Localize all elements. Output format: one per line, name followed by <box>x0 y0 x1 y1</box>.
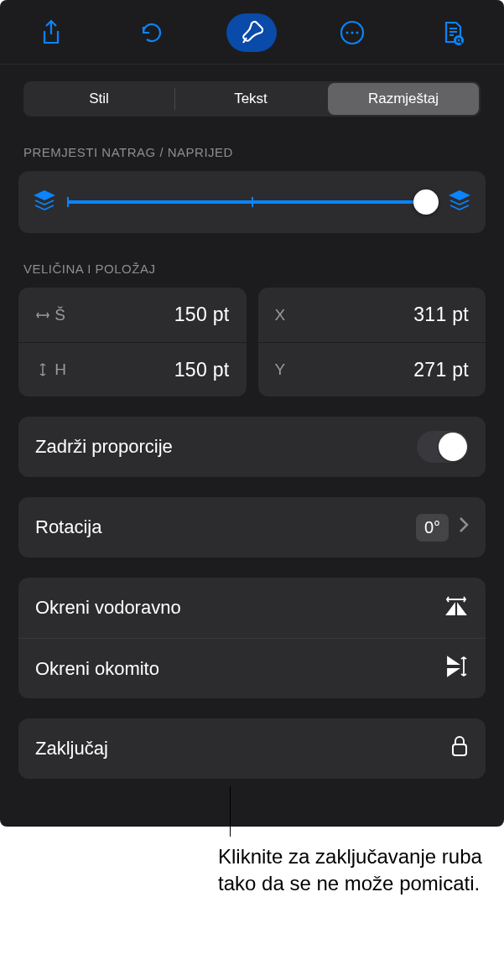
y-label: Y <box>275 360 286 379</box>
section-header-size-pos: VELIČINA I POLOŽAJ <box>0 233 504 283</box>
rotation-label: Rotacija <box>35 516 101 538</box>
top-toolbar <box>0 0 504 65</box>
width-value: 150 pt <box>174 303 230 326</box>
y-row[interactable]: Y 271 pt <box>258 342 486 397</box>
layer-order-slider[interactable] <box>67 189 437 215</box>
send-to-back-icon[interactable] <box>34 190 55 214</box>
constrain-label: Zadrži proporcije <box>35 436 173 458</box>
flip-horizontal-row[interactable]: Okreni vodoravno <box>18 578 486 638</box>
inspector-tabs: Stil Tekst Razmještaj <box>0 65 504 117</box>
callout-text: Kliknite za zaključavanje ruba tako da s… <box>218 827 486 898</box>
layer-order-slider-card <box>18 171 486 233</box>
svg-point-3 <box>356 32 359 34</box>
section-header-move: PREMJESTI NATRAG / NAPRIJED <box>0 117 504 166</box>
svg-rect-6 <box>453 744 466 755</box>
share-button[interactable] <box>26 13 76 52</box>
flip-v-label: Okreni okomito <box>35 658 159 680</box>
height-label: H <box>35 360 66 379</box>
position-card: X 311 pt Y 271 pt <box>258 288 486 397</box>
x-value: 311 pt <box>413 303 469 326</box>
rotation-row[interactable]: Rotacija 0° <box>18 497 486 557</box>
bring-to-front-icon[interactable] <box>449 190 470 214</box>
size-position-grid: Š 150 pt H 150 pt X 311 pt Y 271 pt <box>0 283 504 397</box>
lock-row[interactable]: Zaključaj <box>18 718 486 779</box>
constrain-card: Zadrži proporcije <box>18 417 486 477</box>
chevron-right-icon <box>459 516 469 538</box>
flip-horizontal-icon <box>444 594 469 621</box>
svg-point-2 <box>351 32 354 34</box>
lock-card: Zaključaj <box>18 718 486 779</box>
x-row[interactable]: X 311 pt <box>258 288 486 342</box>
constrain-row[interactable]: Zadrži proporcije <box>18 417 486 477</box>
flip-vertical-row[interactable]: Okreni okomito <box>18 638 486 698</box>
document-settings-button[interactable] <box>428 13 478 52</box>
rotation-value: 0° <box>416 514 449 542</box>
format-inspector-panel: Stil Tekst Razmještaj PREMJESTI NATRAG /… <box>0 0 504 827</box>
flip-h-label: Okreni vodoravno <box>35 597 181 619</box>
callout-leader-line <box>230 786 231 837</box>
tab-text[interactable]: Tekst <box>175 81 326 117</box>
tab-layout[interactable]: Razmještaj <box>328 83 479 115</box>
x-label: X <box>275 306 286 324</box>
undo-button[interactable] <box>127 13 177 52</box>
more-button[interactable] <box>327 13 377 52</box>
svg-point-1 <box>346 32 349 34</box>
y-value: 271 pt <box>413 359 469 381</box>
width-row[interactable]: Š 150 pt <box>18 288 247 342</box>
lock-icon <box>450 734 469 763</box>
height-value: 150 pt <box>174 359 230 381</box>
constrain-toggle[interactable] <box>417 431 469 463</box>
tab-style[interactable]: Stil <box>23 81 174 117</box>
lock-label: Zaključaj <box>35 738 108 760</box>
flip-vertical-icon <box>445 655 469 683</box>
size-card: Š 150 pt H 150 pt <box>18 288 247 397</box>
height-row[interactable]: H 150 pt <box>18 342 247 397</box>
rotation-card: Rotacija 0° <box>18 497 486 557</box>
width-label: Š <box>35 306 65 324</box>
format-button[interactable] <box>226 13 277 52</box>
help-callout: Kliknite za zaključavanje ruba tako da s… <box>218 827 486 898</box>
flip-card: Okreni vodoravno Okreni okomito <box>18 578 486 698</box>
